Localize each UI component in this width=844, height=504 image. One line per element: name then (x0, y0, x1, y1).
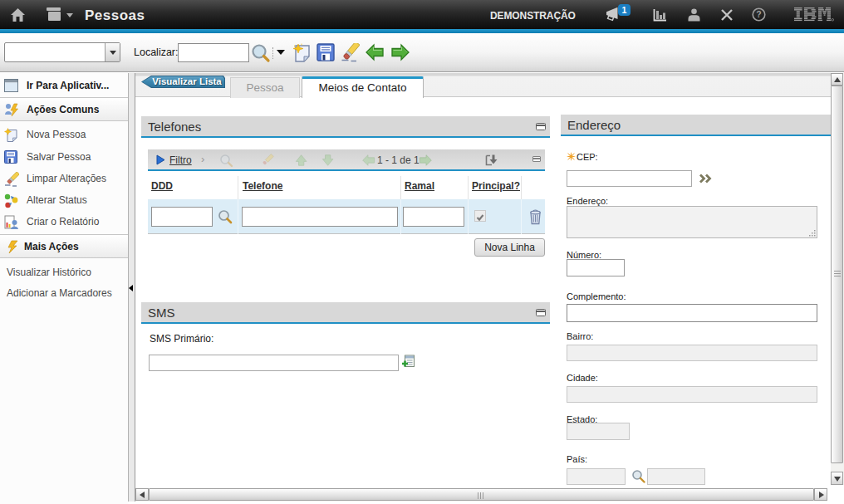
svg-text:?: ? (756, 9, 761, 19)
